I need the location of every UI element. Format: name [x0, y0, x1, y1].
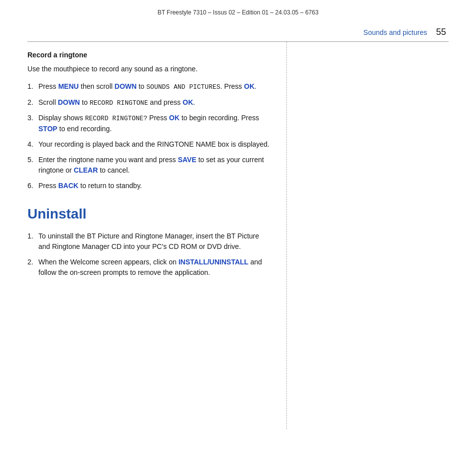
step-content: To uninstall the BT Picture and Ringtone…	[38, 231, 271, 252]
page-number: 55	[436, 27, 446, 37]
keyword-save: SAVE	[178, 156, 196, 164]
uninstall-title: Uninstall	[27, 206, 271, 222]
keyword-ok: OK	[244, 82, 254, 90]
step-number: 2.	[27, 257, 38, 278]
step-number: 4.	[27, 139, 38, 150]
keyword-stop: STOP	[38, 125, 57, 133]
step-content: Your recording is played back and the RI…	[38, 139, 271, 150]
list-item: 1. To uninstall the BT Picture and Ringt…	[27, 231, 271, 252]
keyword-install-uninstall: INSTALL/UNINSTALL	[179, 258, 248, 266]
section-header: Sounds and pictures 55	[0, 16, 476, 41]
list-item: 3. Display shows RECORD RINGTONE? Press …	[27, 113, 271, 134]
list-item: 5. Enter the ringtone name you want and …	[27, 155, 271, 176]
step-number: 1.	[27, 231, 38, 252]
step-number: 6.	[27, 181, 38, 191]
right-column	[287, 42, 449, 429]
keyword-menu: MENU	[58, 82, 79, 90]
uninstall-section: Uninstall 1. To uninstall the BT Picture…	[27, 206, 271, 278]
step-number: 5.	[27, 155, 38, 176]
left-column: Record a ringtone Use the mouthpiece to …	[27, 42, 287, 429]
step-number: 1.	[27, 81, 38, 92]
uninstall-list: 1. To uninstall the BT Picture and Ringt…	[27, 231, 271, 278]
section-title: Sounds and pictures	[363, 28, 427, 36]
step-content: Display shows RECORD RINGTONE? Press OK …	[38, 113, 271, 134]
list-item: 1. Press MENU then scroll DOWN to SOUNDS…	[27, 81, 271, 92]
step-content: When the Welcome screen appears, click o…	[38, 257, 271, 278]
content-area: Record a ringtone Use the mouthpiece to …	[27, 42, 449, 429]
keyword-ok: OK	[183, 98, 193, 106]
keyword-down: DOWN	[115, 82, 137, 90]
step-number: 2.	[27, 97, 38, 108]
step-content: Scroll DOWN to RECORD RINGTONE and press…	[38, 97, 271, 108]
header-text: BT Freestyle 7310 – Issus 02 – Edition 0…	[158, 9, 319, 16]
keyword-ok: OK	[169, 114, 180, 122]
record-ringtone-section: Record a ringtone Use the mouthpiece to …	[27, 51, 271, 191]
list-item: 4. Your recording is played back and the…	[27, 139, 271, 150]
step-number: 3.	[27, 113, 38, 134]
page-header: BT Freestyle 7310 – Issus 02 – Edition 0…	[0, 0, 476, 16]
menu-item: RECORD RINGTONE	[90, 99, 148, 107]
keyword-back: BACK	[58, 182, 78, 190]
page-container: BT Freestyle 7310 – Issus 02 – Edition 0…	[0, 0, 476, 452]
list-item: 2. When the Welcome screen appears, clic…	[27, 257, 271, 278]
step-content: Press MENU then scroll DOWN to SOUNDS AN…	[38, 81, 271, 92]
record-ringtone-intro: Use the mouthpiece to record any sound a…	[27, 64, 271, 74]
keyword-clear: CLEAR	[74, 166, 98, 174]
list-item: 6. Press BACK to return to standby.	[27, 181, 271, 191]
record-ringtone-heading: Record a ringtone	[27, 51, 271, 59]
step-content: Press BACK to return to standby.	[38, 181, 271, 191]
keyword-down: DOWN	[58, 98, 80, 106]
menu-item: SOUNDS AND PICTURES	[146, 83, 220, 91]
record-ringtone-list: 1. Press MENU then scroll DOWN to SOUNDS…	[27, 81, 271, 191]
list-item: 2. Scroll DOWN to RECORD RINGTONE and pr…	[27, 97, 271, 108]
display-text: RECORD RINGTONE?	[85, 115, 147, 122]
step-content: Enter the ringtone name you want and pre…	[38, 155, 271, 176]
